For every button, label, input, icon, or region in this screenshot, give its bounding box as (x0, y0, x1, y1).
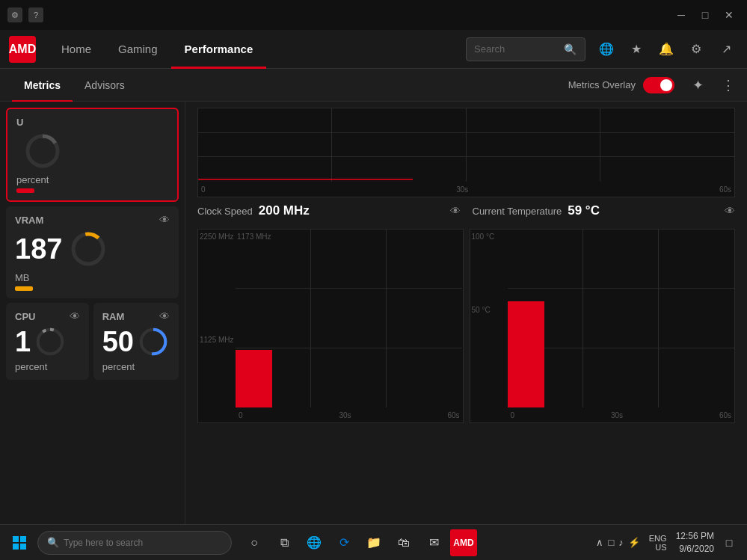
search-input[interactable] (474, 43, 564, 55)
taskbar-amd-icon[interactable]: AMD (450, 529, 477, 556)
maximize-button[interactable]: □ (695, 4, 716, 25)
svg-rect-9 (20, 536, 26, 542)
metric-card-gpu-usage[interactable]: U percent (6, 108, 179, 202)
taskbar-store-icon[interactable]: 🛍 (390, 529, 417, 556)
amd-logo: AMD (9, 36, 36, 63)
title-icon-2: ? (28, 7, 43, 22)
nav-bar: AMD Home Gaming Performance 🔍 🌐 ★ 🔔 ⚙ ↗ (0, 30, 747, 69)
globe-icon-btn[interactable]: 🌐 (594, 37, 618, 61)
profile-icon-btn[interactable]: ↗ (714, 37, 738, 61)
gpu-usage-indicator (16, 188, 34, 193)
vram-eye-icon[interactable]: 👁 (159, 214, 170, 226)
taskbar-search-icon: 🔍 (47, 537, 59, 548)
ram-unit: percent (102, 361, 170, 372)
vram-title: VRAM (15, 215, 43, 226)
notification-center-button[interactable]: □ (717, 531, 741, 555)
right-panel: 0 30s 60s Clock Speed 200 MHz 👁 Current … (185, 102, 747, 524)
vram-value: 187 (15, 235, 62, 263)
clock-x-60: 60s (447, 411, 459, 419)
tab-metrics[interactable]: Metrics (12, 69, 73, 102)
taskbar-sys-icons: ∧ □ ♪ ⚡ (596, 537, 639, 548)
temp-chart: 100 °C 50 °C 0 30s 60s (470, 229, 736, 423)
taskbar-locale: ENG US (649, 534, 667, 552)
metric-row-cpu-ram: CPU 👁 1 percent RAM 👁 (6, 303, 179, 380)
temp-x-60: 60s (719, 411, 731, 419)
nav-search-box[interactable]: 🔍 (466, 37, 585, 61)
ram-eye-icon[interactable]: 👁 (159, 310, 170, 322)
sparkle-icon[interactable]: ✦ (692, 77, 704, 93)
clock-speed-chart: 2250 MHz 1173 MHz 1125 MHz 0 30s 60s (197, 229, 464, 423)
metric-card-ram[interactable]: RAM 👁 50 percent (93, 303, 179, 380)
temp-x-0: 0 (511, 411, 515, 419)
temp-chart-block: 100 °C 50 °C 0 30s 60s (470, 229, 736, 423)
title-bar: ⚙ ? ─ □ ✕ (0, 0, 747, 30)
taskbar-volume-icon[interactable]: ♪ (618, 537, 624, 548)
taskbar-chrome-icon[interactable]: 🌐 (301, 529, 328, 556)
nav-item-home[interactable]: Home (48, 30, 105, 69)
cpu-eye-icon[interactable]: 👁 (70, 310, 80, 322)
taskbar-battery-icon: ⚡ (628, 537, 640, 548)
nav-icon-group: 🌐 ★ 🔔 ⚙ ↗ (594, 37, 738, 61)
svg-point-4 (38, 330, 63, 354)
current-temp-value: 59 °C (568, 203, 600, 218)
minimize-button[interactable]: ─ (671, 4, 692, 25)
svg-point-2 (73, 234, 103, 264)
more-options-icon[interactable]: ⋮ (722, 77, 735, 93)
close-button[interactable]: ✕ (719, 4, 740, 25)
svg-rect-10 (13, 544, 19, 550)
ram-title: RAM (102, 311, 125, 322)
taskbar-caret-icon[interactable]: ∧ (596, 537, 603, 548)
gpu-usage-title: U (16, 117, 23, 128)
nav-item-gaming[interactable]: Gaming (105, 30, 171, 69)
bookmark-icon-btn[interactable]: ★ (624, 37, 648, 61)
metrics-overlay-toggle[interactable] (643, 77, 674, 93)
clock-x-30: 30s (339, 411, 351, 419)
taskbar-search-input[interactable] (64, 538, 221, 548)
nav-item-performance[interactable]: Performance (171, 30, 267, 69)
svg-rect-8 (13, 536, 19, 542)
current-temp-eye-icon[interactable]: 👁 (725, 205, 735, 217)
tab-advisors[interactable]: Advisors (73, 69, 137, 102)
metrics-overlay-area: Metrics Overlay ✦ ⋮ (568, 77, 735, 93)
title-bar-controls: ─ □ ✕ (671, 4, 740, 25)
taskbar-mail-icon[interactable]: ✉ (420, 529, 447, 556)
top-chart-area: 0 30s 60s (197, 108, 735, 197)
taskbar-taskview-icon[interactable]: ⧉ (271, 529, 298, 556)
clock-speed-chart-block: 2250 MHz 1173 MHz 1125 MHz 0 30s 60s (197, 229, 464, 423)
main-content: U percent VRAM 👁 187 (0, 102, 747, 524)
windows-icon (12, 535, 27, 550)
gpu-usage-unit: percent (16, 174, 168, 185)
start-button[interactable] (6, 529, 33, 556)
taskbar-files-icon[interactable]: 📁 (360, 529, 387, 556)
clock-speed-eye-icon[interactable]: 👁 (450, 205, 461, 217)
clock-speed-bar (236, 350, 272, 407)
taskbar-edge-icon[interactable]: ⟳ (331, 529, 357, 556)
ram-gauge (137, 325, 170, 358)
clock-speed-value: 200 MHz (259, 203, 310, 218)
top-chart-section: 0 30s 60s (185, 102, 747, 197)
clock-y-label-mid: 1173 MHz (237, 233, 271, 241)
notification-icon-btn[interactable]: 🔔 (654, 37, 678, 61)
taskbar-network-icon: □ (608, 537, 614, 548)
taskbar-cortana-icon[interactable]: ○ (241, 529, 268, 556)
clock-y-label-mid2: 1125 MHz (200, 336, 234, 344)
vram-unit: MB (15, 272, 170, 283)
metrics-overlay-label: Metrics Overlay (568, 79, 636, 90)
current-temp-label: Current Temperature (473, 206, 562, 217)
cpu-gauge (34, 325, 67, 358)
metric-card-cpu[interactable]: CPU 👁 1 percent (6, 303, 89, 380)
taskbar-right: ∧ □ ♪ ⚡ ENG US 12:56 PM 9/6/2020 □ (596, 530, 741, 556)
taskbar-search-box[interactable]: 🔍 (37, 531, 232, 555)
clock-speed-meta: Clock Speed 200 MHz 👁 (197, 203, 461, 218)
settings-icon-btn[interactable]: ⚙ (684, 37, 708, 61)
metric-card-vram[interactable]: VRAM 👁 187 MB (6, 206, 179, 298)
cpu-title: CPU (15, 311, 35, 322)
title-icon-1: ⚙ (7, 7, 22, 22)
temp-bar (508, 301, 544, 407)
temp-y-label-top: 100 °C (472, 233, 495, 241)
search-icon: 🔍 (564, 43, 577, 55)
taskbar: 🔍 ○ ⧉ 🌐 ⟳ 📁 🛍 ✉ AMD ∧ □ ♪ ⚡ ENG US 12:56… (0, 524, 747, 560)
ram-value: 50 (102, 327, 134, 356)
sub-nav: Metrics Advisors Metrics Overlay ✦ ⋮ (0, 69, 747, 102)
vram-indicator (15, 286, 33, 291)
